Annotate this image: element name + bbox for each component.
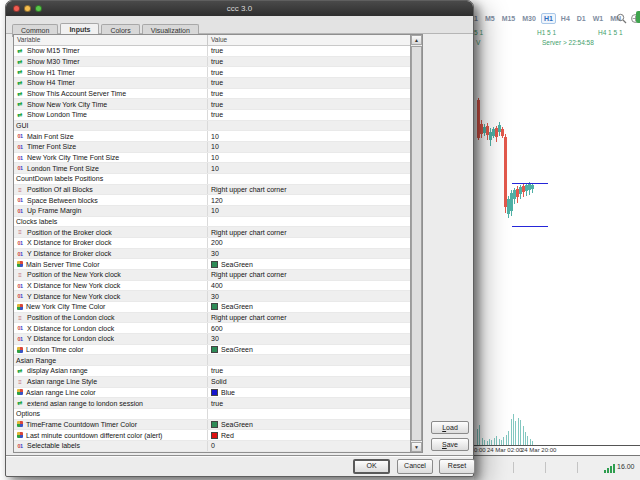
ok-button[interactable]: OK [353,459,390,474]
param-value-cell[interactable]: SeaGreen [207,302,410,312]
param-value-cell[interactable] [207,121,410,131]
cancel-button[interactable]: Cancel [397,459,433,474]
param-value-cell[interactable] [207,355,410,365]
param-row[interactable]: ⇄Show M15 Timertrue [14,46,410,57]
param-value-cell[interactable]: 600 [207,323,410,333]
param-row[interactable]: New York City Time ColorSeaGreen [14,302,410,313]
param-row[interactable]: 01Up Frame Margin10 [14,206,410,217]
param-value-cell[interactable]: Right upper chart corner [207,185,410,195]
zoom-button[interactable] [35,5,42,12]
param-row[interactable]: ⇄Show M30 Timertrue [14,57,410,68]
param-row[interactable]: 01X Distance for London clock600 [14,323,410,334]
param-row[interactable]: 01X Distance for Broker clock200 [14,238,410,249]
param-value-cell[interactable]: Right upper chart corner [207,270,410,280]
param-row[interactable]: ≡Position of the New York clockRight upp… [14,270,410,281]
title-bar[interactable]: ccc 3.0 [6,1,473,16]
param-row[interactable]: ⇄Show This Account Server Timetrue [14,89,410,100]
param-row[interactable]: 01Selectable labels0 [14,441,410,452]
param-row[interactable]: ≡Position of the London clockRight upper… [14,313,410,324]
load-button[interactable]: Load [431,421,469,434]
param-row[interactable]: 01Space Between blocks120 [14,195,410,206]
timeframe-button-D1[interactable]: D1 [575,14,588,23]
save-button[interactable]: Save [431,438,469,451]
param-row[interactable]: ≡Asian range Line StyleSolid [14,377,410,388]
param-row[interactable]: Main Server Time ColorSeaGreen [14,259,410,270]
timeframe-button-M30[interactable]: M30 [520,14,538,23]
asian-range-line[interactable] [512,183,548,184]
param-row[interactable]: TimeFrame Countdown Timer ColorSeaGreen [14,420,410,431]
timeframe-button-M15[interactable]: M15 [500,14,518,23]
param-row[interactable]: ≡Position Of all BlocksRight upper chart… [14,185,410,196]
param-value-cell[interactable]: Right upper chart corner [207,227,410,237]
param-value-cell[interactable]: true [207,366,410,376]
param-row[interactable]: Last minute countdown different color (a… [14,430,410,441]
param-value-cell[interactable]: Solid [207,377,410,387]
param-value-cell[interactable]: 10 [207,153,410,163]
param-row[interactable]: Asian range Line colorBlue [14,388,410,399]
section-row[interactable]: GUI [14,121,410,132]
param-value-cell[interactable]: true [207,99,410,109]
param-value-cell[interactable]: true [207,398,410,408]
param-value-cell[interactable]: 30 [207,334,410,344]
timeframe-button-M5[interactable]: M5 [483,14,497,23]
param-value-cell[interactable]: 30 [207,291,410,301]
param-value-cell[interactable] [207,174,410,184]
param-value-cell[interactable]: 10 [207,142,410,152]
param-value-cell[interactable]: Red [207,430,410,440]
param-value-cell[interactable] [207,217,410,227]
param-row[interactable]: 01London Time Font Size10 [14,163,410,174]
param-value-cell[interactable]: true [207,67,410,77]
timeframe-button-W1[interactable]: W1 [591,14,606,23]
param-value-cell[interactable]: 10 [207,131,410,141]
param-value-cell[interactable]: 30 [207,249,410,259]
param-value-cell[interactable]: 10 [207,206,410,216]
section-row[interactable]: Asian Range [14,355,410,366]
param-row[interactable]: 01X Distance for New York clock400 [14,281,410,292]
minimize-button[interactable] [24,5,31,12]
param-value-cell[interactable]: true [207,57,410,67]
param-value-cell[interactable]: 200 [207,238,410,248]
param-value-cell[interactable]: true [207,89,410,99]
param-value-cell[interactable] [207,409,410,419]
timeframe-button-H1[interactable]: H1 [541,13,556,24]
zoom-search-icon[interactable] [616,13,627,24]
timeframe-button-H4[interactable]: H4 [559,14,572,23]
asian-range-line[interactable] [512,226,548,227]
scroll-up-icon[interactable]: ▲ [411,35,422,45]
param-value-cell[interactable]: true [207,110,410,120]
section-row[interactable]: Clocks labels [14,217,410,228]
close-button[interactable] [13,5,20,12]
section-row[interactable]: CountDown labels Positions [14,174,410,185]
param-value-cell[interactable]: SeaGreen [207,345,410,355]
param-row[interactable]: 01Timer Font Size10 [14,142,410,153]
param-row[interactable]: 01Y Distance for Broker clock30 [14,249,410,260]
param-value-cell[interactable]: true [207,46,410,56]
param-row[interactable]: 01New York City Time Font Size10 [14,153,410,164]
section-row[interactable]: Options [14,409,410,420]
param-value-cell[interactable]: Blue [207,388,410,398]
scroll-down-icon[interactable]: ▼ [411,442,422,452]
param-row[interactable]: ⇄Show H1 Timertrue [14,67,410,78]
param-value-cell[interactable]: 0 [207,441,410,451]
param-row[interactable]: ⇄Show New York City Timetrue [14,99,410,110]
param-row[interactable]: 01Main Font Size10 [14,131,410,142]
indicator-toolbar-icon[interactable] [636,11,640,23]
param-value-cell[interactable]: SeaGreen [207,420,410,430]
scrollbar-thumb[interactable] [411,46,422,441]
param-row[interactable]: ⇄display Asian rangetrue [14,366,410,377]
param-value-cell[interactable]: 120 [207,195,410,205]
param-value-cell[interactable]: true [207,78,410,88]
param-row[interactable]: London Time colorSeaGreen [14,345,410,356]
param-row[interactable]: ⇄extend asian range to london sessiontru… [14,398,410,409]
param-value-cell[interactable]: SeaGreen [207,259,410,269]
param-row[interactable]: ⇄Show London Timetrue [14,110,410,121]
param-value-cell[interactable]: 10 [207,163,410,173]
vertical-scrollbar[interactable]: ▲ ▼ [410,35,422,452]
param-value-cell[interactable]: Right upper chart corner [207,313,410,323]
param-row[interactable]: ≡Position of the Broker clockRight upper… [14,227,410,238]
reset-button[interactable]: Reset [439,459,475,474]
param-row[interactable]: 01Y Distance for New York clock30 [14,291,410,302]
param-row[interactable]: ⇄Show H4 Timertrue [14,78,410,89]
param-row[interactable]: 01Y Distance for London clock30 [14,334,410,345]
param-value-cell[interactable]: 400 [207,281,410,291]
